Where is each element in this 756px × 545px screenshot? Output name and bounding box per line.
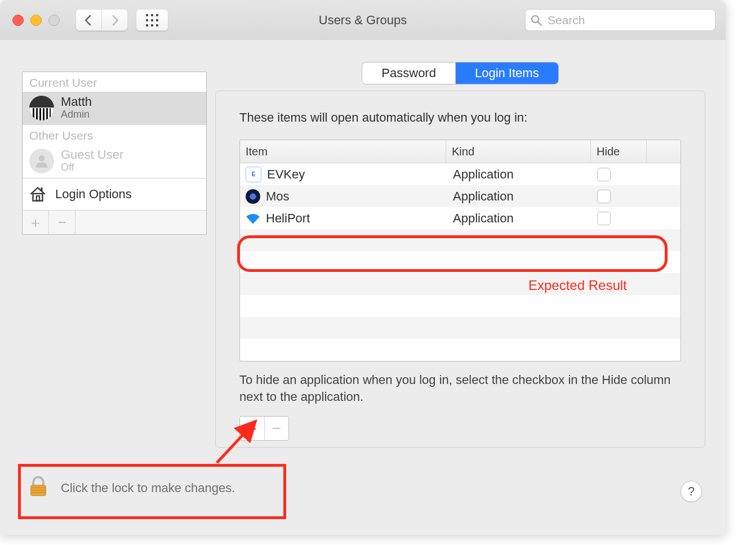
login-options-button[interactable]: Login Options [23,178,206,210]
hide-checkbox[interactable] [597,212,611,225]
zoom-window-button [48,15,60,26]
evkey-icon: E [246,167,261,182]
search-icon [531,15,542,26]
guest-user-name: Guest User [61,148,123,162]
chevron-left-icon [84,15,93,26]
annotation-expected-label: Expected Result [528,278,627,293]
section-other-users: Other Users [23,125,206,145]
back-button[interactable] [75,9,102,31]
svg-line-1 [538,22,541,25]
hide-hint: To hide an application when you log in, … [239,372,681,405]
item-name: EVKey [267,167,305,182]
chevron-right-icon [110,15,119,26]
close-window-button[interactable] [12,15,24,26]
guest-user-row[interactable]: Guest User Off [23,145,206,178]
svg-rect-5 [41,188,42,191]
hide-checkbox[interactable] [597,168,611,181]
tab-bar: Password Login Items [215,62,705,84]
mos-icon [246,189,260,204]
col-kind[interactable]: Kind [446,140,591,163]
table-body: E EVKey Application Mos [240,163,681,229]
grid-icon [145,13,159,28]
remove-item-button: − [265,417,289,440]
add-remove-group: ＋ − [239,416,289,441]
table-row[interactable]: Mos Application [240,185,681,207]
add-user-button: ＋ [23,211,49,234]
intro-text: These items will open automatically when… [239,110,681,125]
add-item-button[interactable]: ＋ [240,417,265,440]
login-options-label: Login Options [55,187,132,202]
forward-button [102,9,128,31]
titlebar: Users & Groups [0,0,726,41]
annotation-highlight-row [237,235,668,272]
traffic-lights [12,15,60,26]
tab-login-items[interactable]: Login Items [456,62,558,84]
user-sidebar: Current User Matth Admin Other Users [22,72,207,235]
current-user-row[interactable]: Matth Admin [23,92,206,125]
show-all-button[interactable] [136,9,168,31]
table-row[interactable]: HeliPort Application [240,207,681,229]
house-icon [28,185,47,204]
annotation-highlight-lock [18,464,286,519]
hide-checkbox[interactable] [597,190,611,203]
col-spacer [647,140,681,163]
svg-point-0 [532,16,539,23]
guest-user-status: Off [61,162,123,173]
avatar [29,96,54,120]
item-kind: Application [447,167,592,182]
nav-buttons [75,9,128,31]
item-name: Mos [266,189,290,204]
item-kind: Application [447,189,592,204]
heliport-icon [246,211,260,226]
item-name: HeliPort [266,211,310,226]
svg-point-2 [39,155,45,162]
current-user-name: Matth [61,95,92,109]
col-item[interactable]: Item [240,140,446,163]
table-header: Item Kind Hide [240,140,681,163]
col-hide[interactable]: Hide [591,140,647,163]
search-field[interactable] [525,9,715,31]
tab-password[interactable]: Password [362,62,456,84]
avatar [29,149,54,173]
section-current-user: Current User [23,72,206,92]
search-input[interactable] [546,13,710,28]
current-user-role: Admin [61,109,92,120]
minimize-window-button[interactable] [30,15,42,26]
help-button[interactable]: ? [681,481,702,502]
remove-user-button: − [49,211,75,234]
sidebar-footer: ＋ − [23,210,206,234]
svg-rect-3 [33,194,43,201]
person-icon [34,153,50,169]
svg-rect-4 [37,196,39,202]
table-row[interactable]: E EVKey Application [240,163,681,185]
item-kind: Application [447,211,592,226]
